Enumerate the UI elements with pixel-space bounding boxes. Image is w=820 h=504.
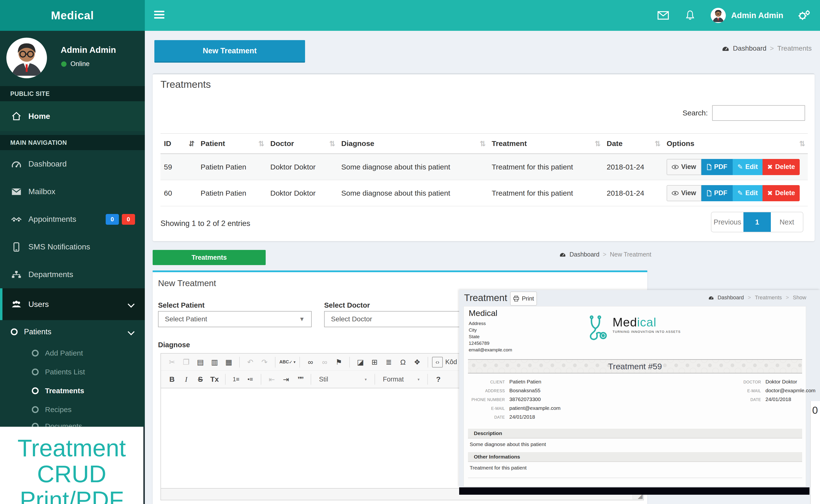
sidebar-item-treatments[interactable]: Treatments [0, 381, 145, 400]
unordered-list-icon[interactable]: •≡ [244, 373, 257, 386]
column-header-date[interactable]: Date⇅ [603, 134, 663, 154]
format-dropdown[interactable]: Format▾ [379, 373, 424, 386]
copy-icon[interactable]: ❐ [179, 356, 193, 369]
breadcrumb-link-dashboard[interactable]: Dashboard [733, 45, 766, 52]
sidebar-item-add-patient[interactable]: Add Patient [0, 344, 145, 362]
sidebar-item-sms-notifications[interactable]: SMS Notifications [0, 233, 145, 261]
column-header-diagnose[interactable]: Diagnose⇅ [338, 134, 488, 154]
user-name: Admin Admin [731, 11, 783, 20]
printer-icon [513, 296, 519, 302]
sort-icon[interactable]: ⇅ [258, 139, 264, 148]
notifications-bell-icon[interactable] [684, 9, 697, 22]
sort-icon[interactable]: ⇅ [329, 139, 335, 148]
pdf-button[interactable]: PDF [701, 185, 733, 201]
stethoscope-icon [586, 315, 609, 341]
sort-icon[interactable]: ⇅ [655, 139, 661, 148]
window-bottom-bar [459, 487, 809, 495]
user-menu[interactable]: Admin Admin [711, 8, 783, 23]
sort-icon[interactable]: ⇅ [480, 139, 486, 148]
column-header-doctor[interactable]: Doctor⇅ [267, 134, 338, 154]
search-input[interactable] [712, 105, 805, 121]
paste-word-icon[interactable]: ▦ [222, 356, 235, 369]
delete-button[interactable]: ✖ Delete [763, 159, 800, 175]
sort-icon[interactable]: ⇵ [189, 139, 195, 148]
online-status[interactable]: Online [61, 60, 89, 68]
column-header-patient[interactable]: Patient⇅ [197, 134, 267, 154]
sidebar-item-appointments[interactable]: Appointments 0 0 [0, 205, 145, 233]
users-icon [11, 300, 22, 308]
x-icon: ✖ [767, 189, 773, 197]
pagination-page-1[interactable]: 1 [743, 212, 771, 232]
column-header-options[interactable]: Options⇅ [663, 134, 808, 154]
topbar-actions: Admin Admin [657, 0, 810, 31]
link-icon[interactable]: ∞ [304, 356, 317, 369]
redo-icon[interactable]: ↷ [258, 356, 271, 369]
breadcrumb-link-dashboard[interactable]: Dashboard [718, 294, 744, 301]
anchor-flag-icon[interactable]: ⚑ [332, 356, 345, 369]
ordered-list-icon[interactable]: 1≡ [229, 373, 243, 386]
column-header-id[interactable]: ID⇵ [160, 134, 197, 154]
unlink-icon[interactable]: ∞ [318, 356, 331, 369]
special-char-omega-icon[interactable]: Ω [396, 356, 409, 369]
table-icon[interactable]: ⊞ [368, 356, 381, 369]
undo-icon[interactable]: ↶ [244, 356, 257, 369]
italic-icon[interactable]: I [179, 373, 193, 386]
cell-patient: Patietn Patien [197, 154, 267, 180]
settings-gears-icon[interactable] [798, 9, 810, 22]
delete-button[interactable]: ✖ Delete [763, 185, 800, 201]
horizontal-rule-icon[interactable]: ≣ [382, 356, 395, 369]
new-treatment-button[interactable]: New Treatment [154, 40, 305, 63]
indent-icon[interactable]: ⇥ [279, 373, 292, 386]
help-icon[interactable]: ? [432, 373, 445, 386]
sidebar-user-panel: Admin Admin Online [0, 36, 145, 87]
select-doctor-dropdown[interactable]: Select Doctor [324, 311, 478, 327]
style-dropdown[interactable]: Stil▾ [315, 373, 370, 386]
cell-patient: Patietn Patien [197, 180, 267, 206]
print-button[interactable]: Print [510, 291, 537, 306]
column-header-treatment[interactable]: Treatment⇅ [488, 134, 603, 154]
sort-icon[interactable]: ⇅ [595, 139, 601, 148]
image-icon[interactable]: ◪ [354, 356, 367, 369]
outdent-icon[interactable]: ⇤ [265, 373, 278, 386]
menu-toggle-icon[interactable] [154, 11, 164, 20]
sidebar-item-patients[interactable]: Patients [0, 320, 145, 344]
sidebar-item-users[interactable]: Users [0, 288, 145, 320]
breadcrumb-link-treatments[interactable]: Treatments [755, 294, 782, 301]
mobile-phone-icon [11, 242, 22, 252]
paste-text-icon[interactable]: ▥ [208, 356, 221, 369]
brand-logo[interactable]: Medical [0, 0, 145, 31]
paste-icon[interactable]: ▤ [194, 356, 207, 369]
top-navbar: Medical Admin Admin [0, 0, 820, 31]
edit-button[interactable]: ✎ Edit [733, 159, 763, 175]
edit-button[interactable]: ✎ Edit [733, 185, 763, 201]
remove-format-icon[interactable]: Tx [208, 373, 221, 386]
select-patient-dropdown[interactable]: Select Patient ▼ [158, 311, 312, 327]
view-button[interactable]: View [667, 185, 701, 201]
cut-icon[interactable]: ✂ [165, 356, 179, 369]
sort-icon[interactable]: ⇅ [799, 139, 805, 148]
treatments-table: ID⇵ Patient⇅ Doctor⇅ Diagnose⇅ Treatment… [160, 133, 808, 206]
spellcheck-icon[interactable]: ABC✓▾ [279, 356, 295, 369]
sidebar-item-patients-list[interactable]: Patients List [0, 362, 145, 381]
source-code-button[interactable]: ‹› Kôd [432, 356, 457, 369]
pagination-previous[interactable]: Previous [711, 212, 743, 232]
sidebar-item-dashboard[interactable]: Dashboard [0, 150, 145, 178]
pagination-next[interactable]: Next [771, 212, 803, 232]
maximize-icon[interactable]: ❖ [411, 356, 424, 369]
cell-diagnose: Some diagnose about this patient [338, 154, 488, 180]
sidebar-item-home[interactable]: Home [0, 101, 145, 131]
circle-o-icon [32, 387, 39, 394]
breadcrumb-link-dashboard[interactable]: Dashboard [570, 251, 599, 258]
bold-icon[interactable]: B [165, 373, 179, 386]
circle-o-icon [32, 406, 39, 413]
sidebar-item-mailbox[interactable]: Mailbox [0, 178, 145, 205]
pdf-button[interactable]: PDF [701, 159, 733, 175]
sidebar-item-departments[interactable]: Departments [0, 261, 145, 288]
view-button[interactable]: View [667, 159, 701, 175]
strikethrough-icon[interactable]: S [194, 373, 207, 386]
blockquote-icon[interactable]: ”” [293, 373, 307, 386]
treatments-back-button[interactable]: Treatments [153, 250, 266, 265]
breadcrumb-current: Show [793, 294, 806, 301]
messages-icon[interactable] [657, 9, 670, 22]
sidebar-item-recipes[interactable]: Recipes [0, 400, 145, 419]
